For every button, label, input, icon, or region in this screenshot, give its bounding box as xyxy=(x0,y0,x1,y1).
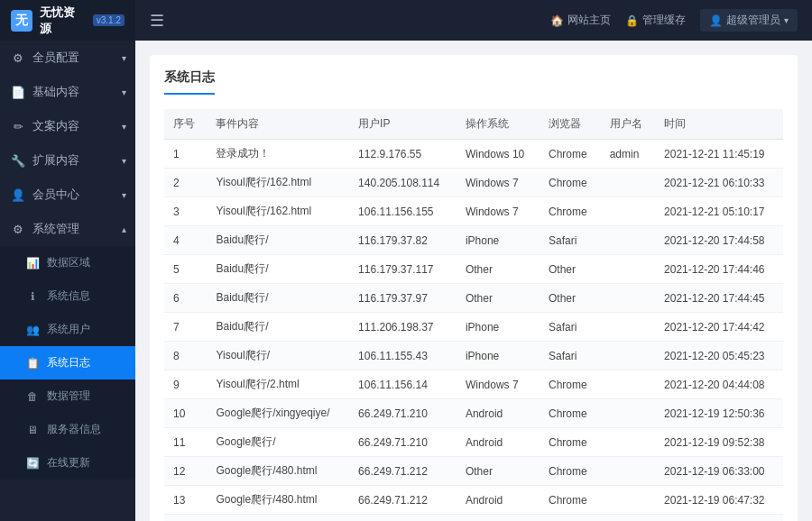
table-row: 14Yisoul爬行/26.html106.11.155.49Windows 7… xyxy=(164,515,783,522)
app-name: 无忧资源 xyxy=(40,5,84,37)
table-cell: Android xyxy=(457,486,540,515)
home-icon: 🏠 xyxy=(550,14,564,27)
app-logo-icon: 无 xyxy=(11,10,32,32)
edit-icon: ✏ xyxy=(11,119,25,133)
table-cell: 2021-12-19 06:33:00 xyxy=(655,457,783,486)
cache-icon: 🔒 xyxy=(625,14,639,27)
chevron-down-icon: ▾ xyxy=(784,15,789,25)
table-cell: 66.249.71.212 xyxy=(349,457,457,486)
table-row: 5Baidu爬行/116.179.37.117OtherOther2021-12… xyxy=(164,255,783,284)
sidebar-item-label: 服务器信息 xyxy=(47,422,101,437)
table-cell: 1 xyxy=(164,140,207,169)
table-cell: Other xyxy=(540,255,601,284)
admin-dropdown[interactable]: 👤 超级管理员 ▾ xyxy=(700,9,798,32)
logs-table: 序号 事件内容 用户IP 操作系统 浏览器 用户名 时间 1登录成功！112.9… xyxy=(164,109,783,521)
sidebar-item-label: 系统管理 xyxy=(32,221,79,237)
topbar: ☰ 🏠 网站主页 🔒 管理缓存 👤 超级管理员 ▾ xyxy=(135,0,812,41)
table-cell: Baidu爬行/ xyxy=(207,255,349,284)
table-row: 2Yisoul爬行/162.html140.205.108.114Windows… xyxy=(164,169,783,197)
table-cell: 2021-12-18 05:37:05 xyxy=(655,515,783,522)
table-row: 11Google爬行/66.249.71.210AndroidChrome202… xyxy=(164,428,783,457)
sidebar-item-system-mgmt[interactable]: ⚙ 系统管理 xyxy=(0,212,135,246)
table-cell: Other xyxy=(540,284,601,313)
table-cell: Other xyxy=(457,255,540,284)
sidebar-item-data-area[interactable]: 📊 数据区域 xyxy=(0,246,135,279)
sidebar-item-recycle-mgmt[interactable]: 🗑 数据管理 xyxy=(0,379,135,413)
info-icon: ℹ xyxy=(25,289,40,304)
table-cell: 10 xyxy=(164,399,207,428)
table-cell xyxy=(601,370,655,399)
table-cell: 66.249.71.212 xyxy=(349,486,457,515)
table-row: 9Yisoul爬行/2.html106.11.156.14Windows 7Ch… xyxy=(164,370,783,399)
home-link-label: 网站主页 xyxy=(567,13,611,28)
table-cell: Chrome xyxy=(540,140,601,169)
sidebar-item-basic-content[interactable]: 📄 基础内容 xyxy=(0,75,135,109)
table-cell: 2021-12-20 17:44:42 xyxy=(655,313,783,342)
col-ip: 用户IP xyxy=(349,109,457,140)
sidebar-item-member-settings[interactable]: ⚙ 全员配置 xyxy=(0,41,135,75)
table-cell: 111.206.198.37 xyxy=(349,313,457,342)
table-cell: 9 xyxy=(164,370,207,399)
extend-icon: 🔧 xyxy=(11,153,25,168)
table-cell: Safari xyxy=(540,342,601,370)
sidebar-item-system-logs[interactable]: 📋 系统日志 xyxy=(0,346,135,379)
manage-cache-link[interactable]: 🔒 管理缓存 xyxy=(625,13,686,28)
table-cell: 12 xyxy=(164,457,207,486)
table-cell: Yisoul爬行/ xyxy=(207,342,349,370)
page-card: 系统日志 序号 事件内容 用户IP 操作系统 浏览器 用户名 时间 1登录成功！… xyxy=(150,55,798,521)
sidebar-menu: ⚙ 全员配置 📄 基础内容 ✏ 文案内容 🔧 扩展内容 👤 会员中心 ⚙ 系统管… xyxy=(0,41,135,521)
sidebar-item-server-info[interactable]: 🖥 服务器信息 xyxy=(0,413,135,446)
menu-toggle-button[interactable]: ☰ xyxy=(150,11,164,31)
sidebar-item-label: 系统用户 xyxy=(47,322,90,337)
table-cell: Google爬行/ xyxy=(207,428,349,457)
content-area: 系统日志 序号 事件内容 用户IP 操作系统 浏览器 用户名 时间 1登录成功！… xyxy=(135,41,812,521)
table-cell: Other xyxy=(457,284,540,313)
table-cell: Android xyxy=(457,399,540,428)
table-cell: iPhone xyxy=(457,342,540,370)
table-cell: 106.11.156.155 xyxy=(349,197,457,226)
table-cell: 2021-12-20 05:45:23 xyxy=(655,342,783,370)
col-browser: 浏览器 xyxy=(540,109,601,140)
sidebar-item-system-users[interactable]: 👥 系统用户 xyxy=(0,313,135,346)
table-cell: 66.249.71.210 xyxy=(349,399,457,428)
table-cell xyxy=(601,313,655,342)
settings-icon: ⚙ xyxy=(11,50,25,65)
table-cell: 66.249.71.210 xyxy=(349,428,457,457)
table-cell: 2021-12-20 17:44:58 xyxy=(655,226,783,255)
app-version: v3.1.2 xyxy=(93,14,125,26)
sidebar-item-text-content[interactable]: ✏ 文案内容 xyxy=(0,109,135,143)
table-cell: 116.179.37.117 xyxy=(349,255,457,284)
table-cell: Baidu爬行/ xyxy=(207,313,349,342)
table-cell: Baidu爬行/ xyxy=(207,226,349,255)
table-cell: 2021-12-20 04:44:08 xyxy=(655,370,783,399)
page-title: 系统日志 xyxy=(164,69,215,84)
table-row: 1登录成功！112.9.176.55Windows 10Chromeadmin2… xyxy=(164,140,783,169)
table-row: 13Google爬行/480.html66.249.71.212AndroidC… xyxy=(164,486,783,515)
table-cell: 登录成功！ xyxy=(207,140,349,169)
users-icon: 👥 xyxy=(25,323,40,337)
table-cell: Chrome xyxy=(540,169,601,197)
table-cell: 2021-12-20 17:44:46 xyxy=(655,255,783,284)
sidebar-item-online-update[interactable]: 🔄 在线更新 xyxy=(0,446,135,480)
table-cell: Yisoul爬行/2.html xyxy=(207,370,349,399)
table-cell: Yisoul爬行/26.html xyxy=(207,515,349,522)
sidebar-item-system-info[interactable]: ℹ 系统信息 xyxy=(0,279,135,313)
sidebar-item-member-center[interactable]: 👤 会员中心 xyxy=(0,178,135,212)
table-cell: iPhone xyxy=(457,313,540,342)
sidebar-item-extended-content[interactable]: 🔧 扩展内容 xyxy=(0,143,135,178)
table-cell: Android xyxy=(457,428,540,457)
table-row: 7Baidu爬行/111.206.198.37iPhoneSafari2021-… xyxy=(164,313,783,342)
table-cell: Windows 7 xyxy=(457,197,540,226)
data-icon: 📊 xyxy=(25,256,40,270)
table-row: 4Baidu爬行/116.179.37.82iPhoneSafari2021-1… xyxy=(164,226,783,255)
table-cell: Yisoul爬行/162.html xyxy=(207,197,349,226)
sidebar-item-label: 扩展内容 xyxy=(32,152,79,169)
sidebar-item-label: 系统信息 xyxy=(47,288,90,304)
table-cell: 5 xyxy=(164,255,207,284)
table-cell: Chrome xyxy=(540,486,601,515)
table-row: 3Yisoul爬行/162.html106.11.156.155Windows … xyxy=(164,197,783,226)
home-link[interactable]: 🏠 网站主页 xyxy=(550,13,611,28)
table-cell: 116.179.37.82 xyxy=(349,226,457,255)
sidebar-item-label: 会员中心 xyxy=(32,187,79,203)
admin-label: 超级管理员 xyxy=(726,13,780,28)
